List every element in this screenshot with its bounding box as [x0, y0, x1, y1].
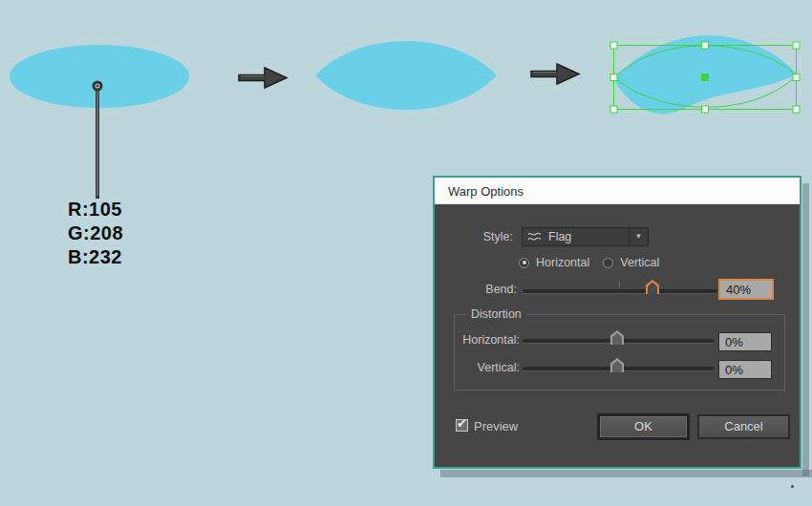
distortion-horizontal-value-field[interactable]: 0%	[718, 332, 772, 351]
dialog-title: Warp Options	[448, 184, 524, 199]
bend-value-field[interactable]: 40%	[718, 279, 774, 300]
preview-checkbox[interactable]: ✔	[456, 419, 468, 432]
style-dropdown[interactable]: Flag ▼	[522, 227, 649, 246]
radio-horizontal-label: Horizontal	[536, 256, 589, 269]
radio-horizontal[interactable]	[519, 258, 529, 268]
style-label: Style:	[435, 230, 513, 243]
dialog-titlebar[interactable]: Warp Options	[435, 178, 800, 204]
arrow-right-icon	[531, 64, 579, 84]
selection-center-point[interactable]	[701, 74, 709, 81]
distortion-group	[454, 314, 785, 390]
arrow-right-icon	[239, 68, 287, 88]
dialog-shadow	[802, 183, 809, 476]
distortion-horizontal-label: Horizontal:	[435, 333, 520, 347]
bend-label: Bend:	[435, 283, 517, 296]
radio-vertical-label: Vertical	[620, 256, 659, 269]
distortion-legend: Distortion	[466, 307, 526, 321]
tutorial-canvas: R:105 G:208 B:232 Warp Options Style: Fl…	[0, 0, 812, 506]
check-icon: ✔	[457, 416, 467, 431]
ok-button[interactable]: OK	[597, 413, 690, 440]
orientation-radio-group: Horizontal Vertical	[519, 256, 673, 269]
rgb-b-value: B:232	[68, 245, 123, 269]
warped-lens-selected[interactable]	[610, 35, 800, 114]
style-value: Flag	[548, 230, 629, 243]
distortion-vertical-label: Vertical:	[435, 361, 520, 374]
preview-label: Preview	[474, 419, 518, 433]
stray-dot	[791, 485, 794, 488]
lens-shape[interactable]	[315, 41, 497, 110]
bend-slider-track[interactable]	[523, 289, 717, 293]
dialog-shadow	[440, 470, 812, 477]
flag-icon	[526, 230, 543, 243]
radio-vertical[interactable]	[603, 258, 613, 268]
warp-options-dialog: Warp Options Style: Flag ▼ Horizontal Ve…	[433, 176, 801, 469]
chevron-down-icon[interactable]: ▼	[630, 228, 648, 245]
rgb-g-value: G:208	[68, 221, 123, 245]
bend-zero-tick	[619, 282, 620, 287]
rgb-annotation: R:105 G:208 B:232	[68, 198, 123, 269]
cancel-button[interactable]: Cancel	[697, 414, 790, 439]
rgb-r-value: R:105	[68, 198, 123, 221]
distortion-vertical-value-field[interactable]: 0%	[718, 360, 772, 379]
bend-slider-thumb[interactable]	[646, 280, 659, 294]
